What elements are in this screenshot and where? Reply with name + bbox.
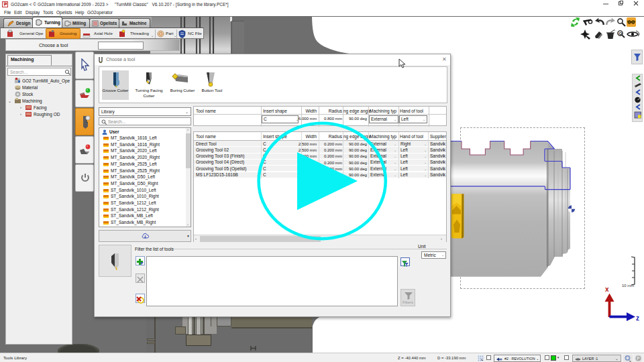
svg-text:z: z [636, 314, 639, 322]
svg-text:x: x [605, 286, 609, 293]
svg-text:P: P [637, 356, 640, 361]
svg-text:Q: Q [619, 32, 622, 36]
